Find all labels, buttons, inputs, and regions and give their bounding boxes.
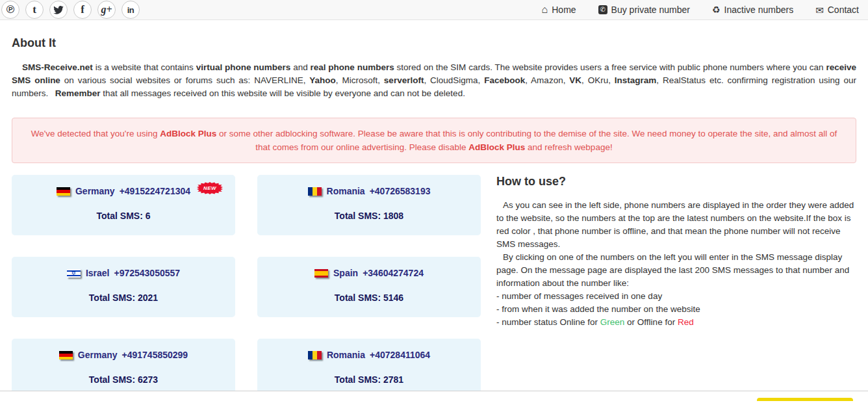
card-title-text: Spain +34604274724	[333, 268, 424, 278]
text-segment: VK	[569, 75, 581, 85]
howto-bullet-3: - number status Online for Green or Offl…	[496, 316, 856, 329]
home-icon: ⌂	[542, 5, 548, 15]
main-layout: Germany +4915224721304Total SMS: 6NEWRom…	[12, 175, 856, 399]
text-segment: SMS-Receive.net	[22, 62, 93, 72]
phone-number-cards: Germany +4915224721304Total SMS: 6NEWRom…	[12, 175, 495, 399]
text-segment: , OKru,	[581, 75, 615, 85]
ad-banner-edge[interactable]	[757, 398, 853, 401]
card-title-text: Romania +40728411064	[327, 350, 430, 360]
il-flag-icon: ✡	[67, 269, 81, 278]
main-nav: ⌂Home✆Buy private number♻Inactive number…	[542, 5, 859, 15]
linkedin-glyph: in	[127, 5, 134, 15]
text-segment: real phone numbers	[311, 62, 394, 72]
social-icons-group: ℗tfg+in	[1, 1, 140, 19]
text-segment: Instagram	[615, 75, 657, 85]
card-total-sms: Total SMS: 5146	[257, 292, 481, 303]
nav-item-home[interactable]: ⌂Home	[542, 5, 576, 15]
howto-paragraph-2: By clicking on one of the numbers on the…	[496, 251, 856, 290]
card-title-text: Romania +40726583193	[327, 186, 431, 196]
bottom-strip	[0, 391, 868, 403]
text-segment: and refresh webpage!	[525, 142, 612, 152]
text-segment: on various social websites or forums suc…	[60, 75, 309, 85]
pinterest-glyph: ℗	[6, 3, 15, 16]
nav-label: Home	[552, 5, 576, 15]
howto-column: How to use? As you can see in the left s…	[495, 175, 856, 329]
text-segment: serverloft	[384, 75, 424, 85]
text-segment: or Offline for	[624, 317, 678, 327]
card-country-number: Spain +34604274724	[257, 268, 481, 278]
de-flag-icon	[57, 187, 70, 196]
adblock-warning-box: We've detected that you're using AdBlock…	[12, 118, 856, 163]
card-title-text: Germany +4915224721304	[75, 186, 190, 196]
text-segment: stored on the SIM cards. The website pro…	[394, 62, 826, 72]
nav-item-contact[interactable]: ✉Contact	[815, 5, 859, 15]
card-total-sms: Total SMS: 1808	[257, 211, 481, 221]
howto-bullet-2: - from when it was added the number on t…	[496, 303, 856, 316]
about-paragraph: SMS-Receive.net is a website that contai…	[12, 61, 856, 100]
card-country-number: Germany +491745850299	[12, 350, 235, 360]
phone-number-card[interactable]: Spain +34604274724Total SMS: 5146	[257, 257, 481, 317]
pinterest-icon[interactable]: ℗	[1, 1, 19, 19]
tumblr-icon[interactable]: t	[25, 1, 44, 19]
card-country-number: ✡Israel +972543050557	[12, 268, 235, 278]
text-segment: We've detected that you're using	[31, 129, 160, 138]
es-flag-icon	[314, 269, 328, 278]
phone-numbers-column: Germany +4915224721304Total SMS: 6NEWRom…	[12, 175, 495, 399]
google-plus-glyph: g+	[101, 4, 112, 16]
phone-number-card[interactable]: Romania +40726583193Total SMS: 1808	[257, 175, 481, 235]
howto-paragraph-1: As you can see in the left side, phone n…	[496, 199, 856, 251]
text-segment: Red	[678, 317, 694, 327]
card-title-text: Israel +972543050557	[86, 268, 180, 278]
nav-label: Contact	[828, 5, 859, 15]
card-total-sms: Total SMS: 6273	[12, 374, 235, 385]
card-title-text: Germany +491745850299	[78, 350, 188, 360]
card-total-sms: Total SMS: 6	[12, 211, 235, 221]
text-segment: Remember	[55, 88, 101, 98]
text-segment: , Microsoft,	[336, 75, 384, 85]
text-segment: , Amazon,	[525, 75, 569, 85]
text-segment: AdBlock Plus	[160, 129, 216, 138]
card-total-sms: Total SMS: 2781	[257, 374, 481, 385]
facebook-icon[interactable]: f	[73, 1, 92, 19]
text-segment: is a website that contains	[93, 62, 196, 72]
card-country-number: Romania +40728411064	[257, 350, 481, 360]
envelope-icon: ✉	[815, 5, 824, 15]
recycle-icon: ♻	[712, 5, 721, 14]
google-plus-icon[interactable]: g+	[97, 1, 116, 19]
page-content: About It SMS-Receive.net is a website th…	[0, 36, 868, 399]
text-segment: that all messages received on this websi…	[101, 88, 465, 98]
ro-flag-icon	[308, 187, 322, 196]
nav-item-buy-private-number[interactable]: ✆Buy private number	[598, 5, 690, 15]
phone-number-card[interactable]: Germany +4915224721304Total SMS: 6NEW	[12, 175, 235, 235]
text-segment: , CloudSigma,	[424, 75, 484, 85]
card-country-number: Romania +40726583193	[257, 186, 481, 196]
text-segment: virtual phone numbers	[196, 62, 291, 72]
ro-flag-icon	[308, 351, 322, 359]
nav-label: Buy private number	[611, 5, 690, 15]
topbar: ℗tfg+in ⌂Home✆Buy private number♻Inactiv…	[0, 0, 868, 20]
text-segment: Facebook	[484, 75, 525, 85]
howto-title: How to use?	[496, 175, 856, 188]
twitter-icon[interactable]	[49, 1, 68, 19]
de-flag-icon	[59, 351, 73, 359]
linkedin-icon[interactable]: in	[121, 1, 140, 19]
nav-label: Inactive numbers	[724, 5, 794, 15]
text-segment: Green	[600, 317, 625, 327]
text-segment: AdBlock Plus	[468, 142, 525, 152]
text-segment: - number status Online for	[496, 317, 600, 327]
text-segment: and	[290, 62, 310, 72]
phone-icon: ✆	[598, 5, 607, 14]
howto-bullet-1: - number of messages received in one day	[496, 290, 856, 303]
card-total-sms: Total SMS: 2021	[12, 292, 235, 303]
phone-number-card[interactable]: ✡Israel +972543050557Total SMS: 2021	[12, 257, 235, 317]
nav-item-inactive-numbers[interactable]: ♻Inactive numbers	[712, 5, 793, 15]
facebook-glyph: f	[81, 3, 84, 16]
about-title: About It	[12, 36, 856, 50]
text-segment: Yahoo	[309, 75, 336, 85]
tumblr-glyph: t	[32, 3, 36, 16]
